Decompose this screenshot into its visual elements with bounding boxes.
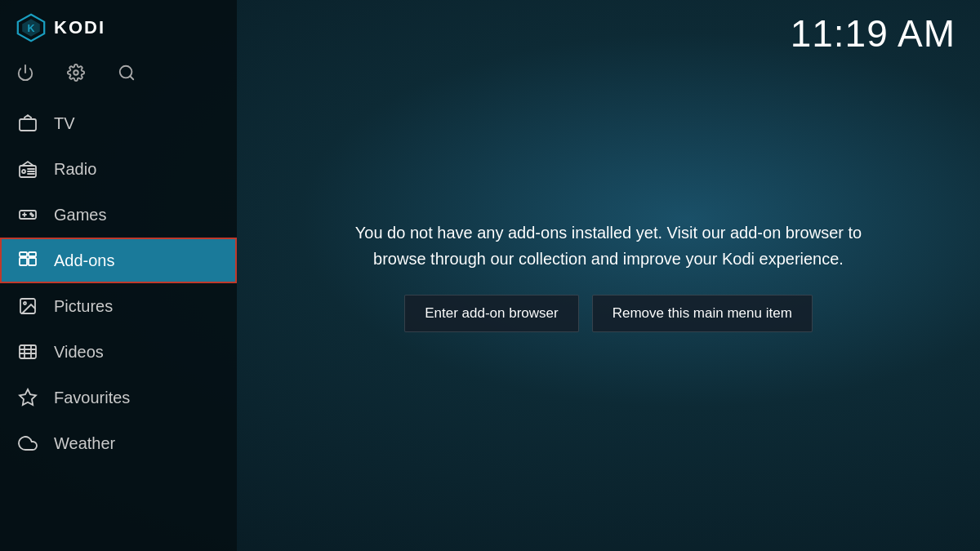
- settings-icon[interactable]: [67, 64, 85, 86]
- clock: 11:19 AM: [791, 11, 956, 56]
- svg-rect-7: [20, 119, 36, 131]
- svg-rect-21: [20, 345, 36, 358]
- logo-area: K KODI: [0, 0, 237, 56]
- svg-point-4: [74, 70, 78, 75]
- weather-icon: [16, 433, 39, 453]
- sidebar-label-videos: Videos: [54, 343, 104, 362]
- radio-icon: [16, 159, 39, 179]
- sidebar-label-addons: Add-ons: [54, 251, 115, 270]
- videos-icon: [16, 342, 39, 362]
- svg-point-20: [24, 302, 26, 304]
- kodi-icon: K: [16, 13, 46, 42]
- sidebar-item-pictures[interactable]: Pictures: [0, 283, 237, 329]
- sidebar-item-favourites[interactable]: Favourites: [0, 375, 237, 420]
- sidebar-item-videos[interactable]: Videos: [0, 329, 237, 375]
- sidebar-item-radio[interactable]: Radio: [0, 146, 237, 192]
- description-text: You do not have any add-ons installed ye…: [331, 220, 886, 272]
- sidebar-item-weather[interactable]: Weather: [0, 420, 237, 466]
- sidebar-label-games: Games: [54, 206, 106, 224]
- sidebar-item-tv[interactable]: TV: [0, 100, 237, 146]
- app-title: KODI: [54, 17, 105, 38]
- sidebar-controls: [0, 56, 237, 100]
- sidebar-label-tv: TV: [54, 114, 75, 133]
- action-buttons: Enter add-on browser Remove this main me…: [404, 295, 813, 332]
- sidebar-item-addons[interactable]: Add-ons: [0, 238, 237, 283]
- svg-text:K: K: [27, 23, 34, 34]
- svg-point-9: [22, 170, 25, 173]
- content-box: You do not have any add-ons installed ye…: [331, 220, 886, 332]
- kodi-logo: K KODI: [16, 13, 105, 42]
- sidebar: K KODI: [0, 0, 237, 551]
- svg-point-14: [32, 215, 33, 216]
- svg-rect-18: [29, 252, 36, 256]
- svg-marker-26: [20, 389, 36, 405]
- remove-item-button[interactable]: Remove this main menu item: [592, 295, 813, 332]
- sidebar-label-favourites: Favourites: [54, 389, 130, 407]
- addons-icon: [16, 251, 39, 270]
- sidebar-label-radio: Radio: [54, 160, 96, 179]
- sidebar-label-pictures: Pictures: [54, 297, 113, 316]
- pictures-icon: [16, 296, 39, 316]
- svg-line-6: [130, 76, 133, 79]
- sidebar-label-weather: Weather: [54, 434, 115, 453]
- svg-rect-16: [29, 258, 36, 265]
- search-icon[interactable]: [118, 64, 136, 86]
- games-icon: [16, 205, 39, 224]
- power-icon[interactable]: [16, 64, 34, 86]
- sidebar-item-games[interactable]: Games: [0, 192, 237, 238]
- svg-rect-17: [20, 252, 27, 256]
- sidebar-nav: TV Radio: [0, 100, 237, 466]
- tv-icon: [16, 113, 39, 133]
- svg-rect-15: [20, 258, 27, 265]
- main-content: You do not have any add-ons installed ye…: [237, 0, 980, 551]
- favourites-icon: [16, 388, 39, 407]
- enter-browser-button[interactable]: Enter add-on browser: [404, 295, 578, 332]
